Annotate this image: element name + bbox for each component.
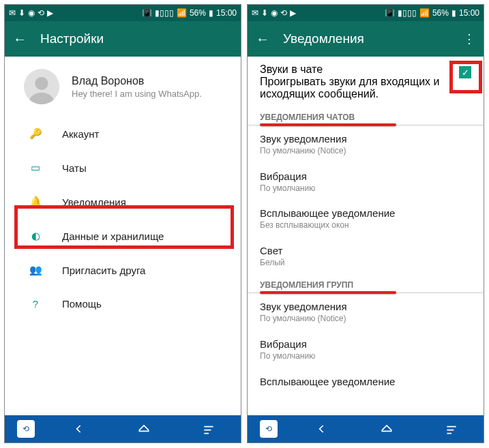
setting-vibration[interactable]: Вибрация По умолчанию xyxy=(248,164,484,201)
page-title: Уведомления xyxy=(283,31,364,46)
setting-title: Звук уведомления xyxy=(260,301,471,312)
setting-subtitle: Без всплывающих окон xyxy=(260,220,471,231)
people-icon: 👥 xyxy=(28,264,43,276)
vibrate-icon: 📳 xyxy=(385,8,395,18)
home-nav-icon[interactable] xyxy=(123,419,164,438)
item-label: Аккаунт xyxy=(62,128,99,140)
help-icon: ? xyxy=(28,298,43,310)
setting-popup[interactable]: Всплывающее уведомление Без всплывающих … xyxy=(248,200,484,238)
checkbox-chat-sounds[interactable]: ✓ xyxy=(459,66,471,78)
back-nav-icon[interactable] xyxy=(59,419,100,438)
profile-status: Hey there! I am using WhatsApp. xyxy=(72,89,202,99)
settings-item-account[interactable]: 🔑 Аккаунт xyxy=(5,117,241,151)
more-icon[interactable]: ⋮ xyxy=(463,31,475,46)
setting-subtitle: Проигрывать звуки для входящих и исходящ… xyxy=(260,76,452,100)
setting-subtitle: По умолчанию (Notice) xyxy=(260,314,471,325)
svg-point-0 xyxy=(35,77,48,90)
item-label: Уведомления xyxy=(62,196,126,208)
settings-item-notifications[interactable]: 🔔 Уведомления xyxy=(5,185,241,219)
recent-nav-icon[interactable] xyxy=(431,419,472,438)
teamviewer-icon[interactable]: ⟲ xyxy=(260,420,278,438)
status-bar: ✉ ⬇ ◉ ⟲ ▶ 📳 ▮▯▯▯ 📶 56% ▮ 15:00 xyxy=(248,5,484,21)
store-icon: ▶ xyxy=(290,8,296,18)
setting-group-sound[interactable]: Звук уведомления По умолчанию (Notice) xyxy=(248,294,484,331)
clock-text: 15:00 xyxy=(459,8,479,18)
battery-icon: ▮ xyxy=(209,8,213,18)
battery-text: 56% xyxy=(190,8,206,18)
download-icon: ⬇ xyxy=(261,8,268,18)
clock-text: 15:00 xyxy=(216,8,237,18)
setting-subtitle: По умолчанию xyxy=(260,183,471,194)
app-bar: ← Уведомления ⋮ xyxy=(248,21,484,57)
avatar xyxy=(24,69,59,104)
data-icon: ◐ xyxy=(28,230,43,242)
bell-icon: 🔔 xyxy=(28,196,43,208)
status-bar: ✉ ⬇ ◉ ⟲ ▶ 📳 ▮▯▯▯ 📶 56% ▮ 15:00 xyxy=(5,5,241,21)
setting-subtitle: Белый xyxy=(260,258,471,269)
settings-content: Влад Воронов Hey there! I am using Whats… xyxy=(5,57,241,415)
setting-group-vibration[interactable]: Вибрация По умолчанию xyxy=(248,331,484,369)
sync-icon: ⟲ xyxy=(280,8,287,18)
back-icon[interactable]: ← xyxy=(256,31,269,47)
setting-subtitle: По умолчанию xyxy=(260,351,471,362)
profile-row[interactable]: Влад Воронов Hey there! I am using Whats… xyxy=(5,57,241,117)
profile-name: Влад Воронов xyxy=(72,75,202,87)
setting-title: Звуки в чате xyxy=(260,63,452,76)
app-bar: ← Настройки xyxy=(5,21,241,57)
settings-item-help[interactable]: ? Помощь xyxy=(5,287,241,320)
item-label: Пригласить друга xyxy=(62,265,145,276)
download-icon: ⬇ xyxy=(18,8,25,18)
page-title: Настройки xyxy=(40,31,104,46)
settings-item-data[interactable]: ◐ Данные и хранилище xyxy=(5,219,241,253)
settings-item-invite[interactable]: 👥 Пригласить друга xyxy=(5,253,241,287)
back-nav-icon[interactable] xyxy=(301,419,342,438)
signal-icon-2: 📶 xyxy=(177,8,187,18)
setting-subtitle: По умолчанию (Notice) xyxy=(260,146,471,157)
setting-light[interactable]: Свет Белый xyxy=(248,238,484,275)
key-icon: 🔑 xyxy=(28,128,43,140)
signal-icon: ▮▯▯▯ xyxy=(398,8,417,18)
battery-icon: ▮ xyxy=(451,8,456,18)
vibrate-icon: 📳 xyxy=(142,8,152,18)
signal-icon-2: 📶 xyxy=(419,8,430,18)
setting-group-popup[interactable]: Всплывающее уведомление xyxy=(248,369,484,389)
setting-title: Звук уведомления xyxy=(260,133,471,145)
setting-title: Всплывающее уведомление xyxy=(260,207,471,219)
eye-icon: ◉ xyxy=(28,8,35,18)
setting-title: Всплывающее уведомление xyxy=(260,376,471,387)
notifications-content: Звуки в чате Проигрывать звуки для входя… xyxy=(248,57,484,415)
setting-title: Вибрация xyxy=(260,338,471,350)
mail-icon: ✉ xyxy=(252,8,258,18)
chat-icon: ▭ xyxy=(28,162,43,174)
item-label: Данные и хранилище xyxy=(62,230,164,242)
setting-title: Вибрация xyxy=(260,170,471,182)
nav-bar: ⟲ xyxy=(5,415,241,443)
phone-settings: ✉ ⬇ ◉ ⟲ ▶ 📳 ▮▯▯▯ 📶 56% ▮ 15:00 ← Настрой… xyxy=(4,4,241,443)
item-label: Чаты xyxy=(62,162,87,174)
recent-nav-icon[interactable] xyxy=(188,419,229,438)
section-group-notifications: УВЕДОМЛЕНИЯ ГРУПП xyxy=(248,275,484,293)
item-label: Помощь xyxy=(62,298,102,310)
teamviewer-icon[interactable]: ⟲ xyxy=(17,420,35,438)
store-icon: ▶ xyxy=(47,8,53,18)
settings-item-chats[interactable]: ▭ Чаты xyxy=(5,151,241,185)
home-nav-icon[interactable] xyxy=(366,419,407,438)
signal-icon: ▮▯▯▯ xyxy=(155,8,174,18)
section-chat-notifications: УВЕДОМЛЕНИЯ ЧАТОВ xyxy=(248,107,484,125)
mail-icon: ✉ xyxy=(9,8,16,18)
nav-bar: ⟲ xyxy=(248,415,484,443)
phone-notifications: ✉ ⬇ ◉ ⟲ ▶ 📳 ▮▯▯▯ 📶 56% ▮ 15:00 ← Уведомл… xyxy=(247,4,484,443)
sync-icon: ⟲ xyxy=(38,8,44,18)
setting-title: Свет xyxy=(260,245,471,256)
setting-chat-sounds[interactable]: Звуки в чате Проигрывать звуки для входя… xyxy=(248,57,484,107)
back-icon[interactable]: ← xyxy=(13,31,27,47)
setting-sound[interactable]: Звук уведомления По умолчанию (Notice) xyxy=(248,126,484,164)
eye-icon: ◉ xyxy=(271,8,278,18)
battery-text: 56% xyxy=(432,8,449,18)
